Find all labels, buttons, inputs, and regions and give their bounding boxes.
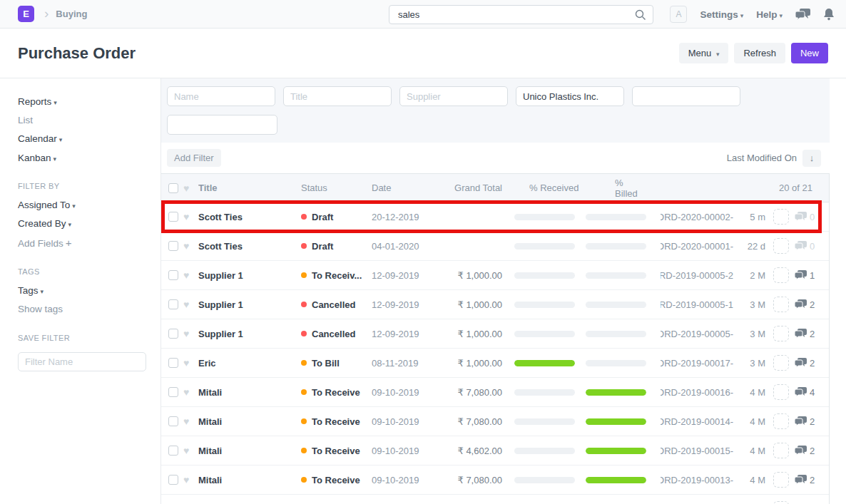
row-checkbox[interactable] xyxy=(168,241,178,251)
table-row[interactable]: ♥ Supplier 1 Cancelled 12-09-2019 ₹ 1,00… xyxy=(161,319,829,349)
row-checkbox[interactable] xyxy=(168,329,178,339)
assign-button[interactable] xyxy=(773,297,789,312)
table-row[interactable]: ♥ Scott Ties Draft 04-01-2020 -ORD-2020-… xyxy=(161,232,829,261)
row-title[interactable]: Supplier 1 xyxy=(198,329,301,339)
like-heart-icon[interactable]: ♥ xyxy=(178,445,198,456)
table-row[interactable]: ♥ Scott Ties Draft 20-12-2019 -ORD-2020-… xyxy=(161,202,829,232)
row-title[interactable]: Scott Ties xyxy=(198,241,301,252)
sidebar-item-reports[interactable]: Reports▾ xyxy=(18,97,160,107)
column-date[interactable]: Date xyxy=(372,182,433,193)
extra-filter-input[interactable] xyxy=(632,86,740,106)
assign-button[interactable] xyxy=(773,384,789,400)
like-heart-icon[interactable]: ♥ xyxy=(178,357,198,369)
assign-button[interactable] xyxy=(773,443,789,458)
assign-button[interactable] xyxy=(773,472,789,488)
result-count[interactable]: 20 of 21 xyxy=(648,182,829,193)
row-checkbox[interactable] xyxy=(168,446,178,456)
like-heart-icon[interactable]: ♥ xyxy=(178,269,198,281)
help-menu[interactable]: Help▾ xyxy=(756,9,783,20)
row-title[interactable]: Eric xyxy=(198,358,301,369)
sidebar-item-tags[interactable]: Tags▾ xyxy=(18,286,160,296)
sidebar-item-calendar[interactable]: Calendar▾ xyxy=(18,134,160,144)
supplier-filter-input[interactable] xyxy=(399,86,508,106)
add-filter-button[interactable]: Add Filter xyxy=(167,149,221,167)
row-title[interactable]: Supplier 1 xyxy=(198,270,301,281)
comments[interactable]: 2 xyxy=(795,475,815,485)
chat-icon[interactable] xyxy=(795,9,810,21)
assign-button[interactable] xyxy=(773,326,789,341)
app-logo[interactable]: E xyxy=(18,6,34,22)
row-title[interactable]: Mitali xyxy=(198,475,301,485)
settings-menu[interactable]: Settings▾ xyxy=(700,9,743,20)
table-row[interactable]: ♥ Mitali To Receive 09-10-2019 ₹ 7,080.0… xyxy=(161,378,829,407)
breadcrumb[interactable]: Buying xyxy=(56,9,87,19)
row-title[interactable]: Supplier 1 xyxy=(198,299,301,310)
comments[interactable]: 2 xyxy=(795,329,815,339)
like-heart-icon[interactable]: ♥ xyxy=(178,211,198,222)
sidebar-item-assigned-to[interactable]: Assigned To▾ xyxy=(18,200,160,210)
column-billed[interactable]: % Billed xyxy=(587,178,648,199)
assign-button[interactable] xyxy=(773,267,789,283)
row-checkbox[interactable] xyxy=(168,270,178,280)
comments[interactable]: 0 xyxy=(795,212,815,222)
like-heart-icon[interactable]: ♥ xyxy=(178,299,198,310)
table-row[interactable]: ♥ Mitali To Receive 09-10-2019 ₹ 7,080.0… xyxy=(161,407,829,436)
comments[interactable]: 0 xyxy=(795,241,815,252)
column-received[interactable]: % Received xyxy=(514,182,587,193)
row-title[interactable]: Scott Ties xyxy=(198,212,301,222)
assign-button[interactable] xyxy=(773,209,789,225)
table-row[interactable]: ♥ Supplier 1 To Receiv... 12-09-2019 ₹ 1… xyxy=(161,261,829,290)
like-heart-icon[interactable]: ♥ xyxy=(178,416,198,427)
like-heart-icon[interactable]: ♥ xyxy=(178,328,198,339)
sidebar-item-show-tags[interactable]: Show tags xyxy=(18,304,160,314)
notifications-bell-icon[interactable] xyxy=(823,8,835,21)
assign-button[interactable] xyxy=(773,238,789,254)
new-button[interactable]: New xyxy=(791,43,828,63)
like-heart-icon[interactable]: ♥ xyxy=(178,240,198,252)
like-heart-icon[interactable]: ♥ xyxy=(178,182,198,194)
row-checkbox[interactable] xyxy=(168,299,178,309)
extra-filter-input-2[interactable] xyxy=(167,115,277,135)
row-checkbox[interactable] xyxy=(168,416,178,426)
sidebar-item-kanban[interactable]: Kanban▾ xyxy=(18,153,160,163)
supplier-name-filter-input[interactable] xyxy=(516,86,624,106)
global-search[interactable] xyxy=(389,5,653,24)
comments[interactable]: 2 xyxy=(795,299,815,310)
comments[interactable]: 2 xyxy=(795,446,815,456)
assign-button[interactable] xyxy=(773,413,789,429)
sort-direction-button[interactable]: ↓ xyxy=(802,150,821,167)
sidebar-item-created-by[interactable]: Created By▾ xyxy=(18,219,160,229)
row-checkbox[interactable] xyxy=(168,475,178,485)
table-row[interactable]: ♥ xyxy=(161,495,829,504)
row-checkbox[interactable] xyxy=(168,358,178,368)
column-title[interactable]: Title xyxy=(198,182,301,193)
assign-button[interactable] xyxy=(773,355,789,371)
table-row[interactable]: ♥ Eric To Bill 08-11-2019 ₹ 1,000.00 -OR… xyxy=(161,349,829,378)
table-row[interactable]: ♥ Supplier 1 Cancelled 12-09-2019 ₹ 1,00… xyxy=(161,290,829,319)
row-title[interactable]: Mitali xyxy=(198,387,301,398)
sort-field-label[interactable]: Last Modified On xyxy=(727,153,797,163)
select-all-checkbox[interactable] xyxy=(168,183,178,193)
comments[interactable]: 4 xyxy=(795,387,815,398)
menu-button[interactable]: Menu ▾ xyxy=(679,43,729,63)
column-grand-total[interactable]: Grand Total xyxy=(433,182,502,193)
row-checkbox[interactable] xyxy=(168,387,178,397)
name-filter-input[interactable] xyxy=(167,86,275,106)
filter-name-input[interactable] xyxy=(18,352,146,371)
column-status[interactable]: Status xyxy=(301,182,372,193)
comments[interactable]: 2 xyxy=(795,416,815,427)
search-input[interactable] xyxy=(389,9,635,20)
user-avatar[interactable]: A xyxy=(670,6,687,23)
table-row[interactable]: ♥ Mitali To Receive 09-10-2019 ₹ 7,080.0… xyxy=(161,466,829,495)
like-heart-icon[interactable]: ♥ xyxy=(178,474,198,485)
comments[interactable]: 2 xyxy=(795,358,815,369)
assign-button[interactable] xyxy=(773,501,789,504)
title-filter-input[interactable] xyxy=(283,86,392,106)
row-title[interactable]: Mitali xyxy=(198,446,301,456)
comments[interactable]: 1 xyxy=(795,270,815,281)
row-title[interactable]: Mitali xyxy=(198,416,301,427)
like-heart-icon[interactable]: ♥ xyxy=(178,386,198,398)
refresh-button[interactable]: Refresh xyxy=(734,43,785,63)
sidebar-item-list[interactable]: List xyxy=(18,115,160,125)
table-row[interactable]: ♥ Mitali To Receive 09-10-2019 ₹ 4,602.0… xyxy=(161,436,829,466)
